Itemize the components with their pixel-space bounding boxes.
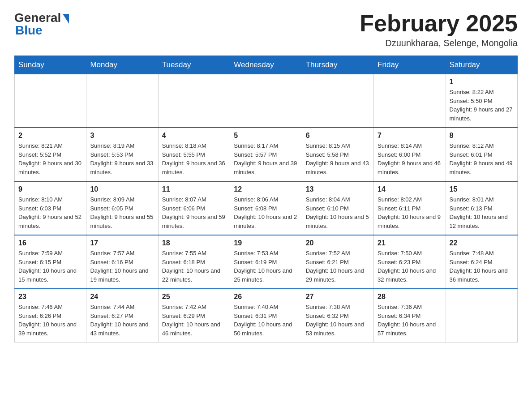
day-number: 18 xyxy=(162,239,226,247)
day-info: Sunrise: 8:01 AM Sunset: 6:13 PM Dayligh… xyxy=(450,195,514,230)
table-row: 12Sunrise: 8:06 AM Sunset: 6:08 PM Dayli… xyxy=(230,181,302,235)
day-number: 20 xyxy=(306,239,370,247)
day-number: 25 xyxy=(162,293,226,301)
header-tuesday: Tuesday xyxy=(158,56,230,74)
day-number: 13 xyxy=(306,185,370,193)
table-row: 9Sunrise: 8:10 AM Sunset: 6:03 PM Daylig… xyxy=(15,181,86,235)
title-area: February 2025 Dzuunkharaa, Selenge, Mong… xyxy=(360,11,518,48)
day-number: 1 xyxy=(450,78,514,86)
day-info: Sunrise: 8:18 AM Sunset: 5:55 PM Dayligh… xyxy=(162,141,226,176)
table-row: 10Sunrise: 8:09 AM Sunset: 6:05 PM Dayli… xyxy=(86,181,158,235)
table-row: 19Sunrise: 7:53 AM Sunset: 6:19 PM Dayli… xyxy=(230,235,302,289)
day-number: 21 xyxy=(378,239,442,247)
table-row: 17Sunrise: 7:57 AM Sunset: 6:16 PM Dayli… xyxy=(86,235,158,289)
table-row xyxy=(86,74,158,128)
day-info: Sunrise: 8:04 AM Sunset: 6:10 PM Dayligh… xyxy=(306,195,370,230)
day-info: Sunrise: 7:42 AM Sunset: 6:29 PM Dayligh… xyxy=(162,303,226,338)
table-row xyxy=(446,289,517,342)
location-subtitle: Dzuunkharaa, Selenge, Mongolia xyxy=(360,38,518,48)
day-number: 19 xyxy=(234,239,298,247)
logo-triangle-icon xyxy=(63,14,69,24)
day-number: 10 xyxy=(90,185,154,193)
table-row xyxy=(302,74,373,128)
day-number: 9 xyxy=(18,185,82,193)
day-number: 8 xyxy=(450,132,514,140)
day-info: Sunrise: 8:21 AM Sunset: 5:52 PM Dayligh… xyxy=(18,141,82,176)
table-row: 13Sunrise: 8:04 AM Sunset: 6:10 PM Dayli… xyxy=(302,181,373,235)
day-info: Sunrise: 8:22 AM Sunset: 5:50 PM Dayligh… xyxy=(450,88,514,123)
table-row: 26Sunrise: 7:40 AM Sunset: 6:31 PM Dayli… xyxy=(230,289,302,342)
day-info: Sunrise: 7:36 AM Sunset: 6:34 PM Dayligh… xyxy=(378,303,442,338)
day-number: 15 xyxy=(450,185,514,193)
header-saturday: Saturday xyxy=(446,56,517,74)
table-row: 5Sunrise: 8:17 AM Sunset: 5:57 PM Daylig… xyxy=(230,128,302,181)
logo-blue-text: Blue xyxy=(15,23,43,38)
table-row: 22Sunrise: 7:48 AM Sunset: 6:24 PM Dayli… xyxy=(446,235,517,289)
table-row xyxy=(15,74,86,128)
day-info: Sunrise: 8:07 AM Sunset: 6:06 PM Dayligh… xyxy=(162,195,226,230)
header-monday: Monday xyxy=(86,56,158,74)
day-number: 27 xyxy=(306,293,370,301)
day-info: Sunrise: 8:10 AM Sunset: 6:03 PM Dayligh… xyxy=(18,195,82,230)
calendar-week-row: 2Sunrise: 8:21 AM Sunset: 5:52 PM Daylig… xyxy=(15,128,518,181)
page-header: General Blue February 2025 Dzuunkharaa, … xyxy=(14,11,518,48)
table-row: 24Sunrise: 7:44 AM Sunset: 6:27 PM Dayli… xyxy=(86,289,158,342)
day-number: 2 xyxy=(18,132,82,140)
day-number: 23 xyxy=(18,293,82,301)
table-row: 21Sunrise: 7:50 AM Sunset: 6:23 PM Dayli… xyxy=(374,235,446,289)
day-info: Sunrise: 7:52 AM Sunset: 6:21 PM Dayligh… xyxy=(306,249,370,284)
calendar-week-row: 23Sunrise: 7:46 AM Sunset: 6:26 PM Dayli… xyxy=(15,289,518,342)
calendar-header-row: Sunday Monday Tuesday Wednesday Thursday… xyxy=(15,56,518,74)
day-info: Sunrise: 7:55 AM Sunset: 6:18 PM Dayligh… xyxy=(162,249,226,284)
day-number: 26 xyxy=(234,293,298,301)
day-info: Sunrise: 7:38 AM Sunset: 6:32 PM Dayligh… xyxy=(306,303,370,338)
table-row: 16Sunrise: 7:59 AM Sunset: 6:15 PM Dayli… xyxy=(15,235,86,289)
table-row: 27Sunrise: 7:38 AM Sunset: 6:32 PM Dayli… xyxy=(302,289,373,342)
table-row: 25Sunrise: 7:42 AM Sunset: 6:29 PM Dayli… xyxy=(158,289,230,342)
logo: General Blue xyxy=(14,11,69,38)
calendar-week-row: 9Sunrise: 8:10 AM Sunset: 6:03 PM Daylig… xyxy=(15,181,518,235)
table-row: 23Sunrise: 7:46 AM Sunset: 6:26 PM Dayli… xyxy=(15,289,86,342)
day-info: Sunrise: 8:06 AM Sunset: 6:08 PM Dayligh… xyxy=(234,195,298,230)
day-info: Sunrise: 7:59 AM Sunset: 6:15 PM Dayligh… xyxy=(18,249,82,284)
day-number: 5 xyxy=(234,132,298,140)
header-friday: Friday xyxy=(374,56,446,74)
table-row: 8Sunrise: 8:12 AM Sunset: 6:01 PM Daylig… xyxy=(446,128,517,181)
day-number: 6 xyxy=(306,132,370,140)
calendar-week-row: 16Sunrise: 7:59 AM Sunset: 6:15 PM Dayli… xyxy=(15,235,518,289)
day-info: Sunrise: 8:15 AM Sunset: 5:58 PM Dayligh… xyxy=(306,141,370,176)
day-number: 24 xyxy=(90,293,154,301)
day-number: 7 xyxy=(378,132,442,140)
table-row: 14Sunrise: 8:02 AM Sunset: 6:11 PM Dayli… xyxy=(374,181,446,235)
calendar-table: Sunday Monday Tuesday Wednesday Thursday… xyxy=(14,56,518,342)
table-row: 2Sunrise: 8:21 AM Sunset: 5:52 PM Daylig… xyxy=(15,128,86,181)
day-number: 17 xyxy=(90,239,154,247)
calendar-week-row: 1Sunrise: 8:22 AM Sunset: 5:50 PM Daylig… xyxy=(15,74,518,128)
table-row: 20Sunrise: 7:52 AM Sunset: 6:21 PM Dayli… xyxy=(302,235,373,289)
month-title: February 2025 xyxy=(360,11,518,36)
day-number: 14 xyxy=(378,185,442,193)
day-number: 22 xyxy=(450,239,514,247)
table-row: 18Sunrise: 7:55 AM Sunset: 6:18 PM Dayli… xyxy=(158,235,230,289)
day-info: Sunrise: 7:57 AM Sunset: 6:16 PM Dayligh… xyxy=(90,249,154,284)
day-number: 16 xyxy=(18,239,82,247)
header-thursday: Thursday xyxy=(302,56,373,74)
day-number: 28 xyxy=(378,293,442,301)
day-info: Sunrise: 7:53 AM Sunset: 6:19 PM Dayligh… xyxy=(234,249,298,284)
day-info: Sunrise: 8:19 AM Sunset: 5:53 PM Dayligh… xyxy=(90,141,154,176)
table-row: 3Sunrise: 8:19 AM Sunset: 5:53 PM Daylig… xyxy=(86,128,158,181)
day-number: 11 xyxy=(162,185,226,193)
day-info: Sunrise: 8:14 AM Sunset: 6:00 PM Dayligh… xyxy=(378,141,442,176)
table-row: 6Sunrise: 8:15 AM Sunset: 5:58 PM Daylig… xyxy=(302,128,373,181)
table-row: 7Sunrise: 8:14 AM Sunset: 6:00 PM Daylig… xyxy=(374,128,446,181)
day-info: Sunrise: 7:46 AM Sunset: 6:26 PM Dayligh… xyxy=(18,303,82,338)
day-info: Sunrise: 8:09 AM Sunset: 6:05 PM Dayligh… xyxy=(90,195,154,230)
day-info: Sunrise: 7:48 AM Sunset: 6:24 PM Dayligh… xyxy=(450,249,514,284)
day-info: Sunrise: 7:50 AM Sunset: 6:23 PM Dayligh… xyxy=(378,249,442,284)
day-info: Sunrise: 8:12 AM Sunset: 6:01 PM Dayligh… xyxy=(450,141,514,176)
table-row xyxy=(374,74,446,128)
table-row: 28Sunrise: 7:36 AM Sunset: 6:34 PM Dayli… xyxy=(374,289,446,342)
table-row: 15Sunrise: 8:01 AM Sunset: 6:13 PM Dayli… xyxy=(446,181,517,235)
day-number: 12 xyxy=(234,185,298,193)
header-wednesday: Wednesday xyxy=(230,56,302,74)
